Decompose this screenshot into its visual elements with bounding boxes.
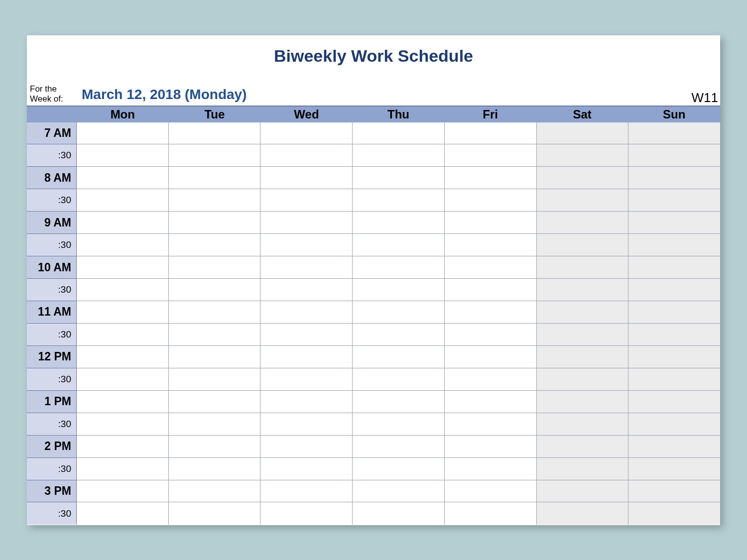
schedule-cell[interactable]	[260, 122, 353, 145]
schedule-cell[interactable]	[353, 346, 445, 368]
schedule-cell[interactable]	[353, 234, 445, 256]
schedule-cell[interactable]	[353, 368, 445, 391]
schedule-cell[interactable]	[445, 458, 537, 480]
schedule-cell[interactable]	[353, 122, 445, 145]
schedule-cell[interactable]	[77, 167, 169, 189]
schedule-cell[interactable]	[537, 458, 629, 480]
schedule-cell[interactable]	[445, 436, 537, 458]
schedule-cell[interactable]	[77, 144, 169, 167]
schedule-cell[interactable]	[628, 346, 720, 368]
schedule-cell[interactable]	[445, 167, 537, 189]
schedule-cell[interactable]	[77, 301, 169, 324]
schedule-cell[interactable]	[77, 413, 169, 436]
schedule-cell[interactable]	[169, 279, 261, 301]
schedule-cell[interactable]	[445, 413, 537, 436]
schedule-cell[interactable]	[169, 480, 261, 503]
schedule-cell[interactable]	[169, 212, 261, 234]
schedule-cell[interactable]	[445, 234, 537, 256]
schedule-cell[interactable]	[260, 436, 353, 458]
schedule-cell[interactable]	[77, 480, 169, 503]
schedule-cell[interactable]	[169, 413, 261, 436]
schedule-cell[interactable]	[353, 502, 445, 525]
schedule-cell[interactable]	[260, 368, 353, 391]
schedule-cell[interactable]	[169, 122, 261, 145]
schedule-cell[interactable]	[353, 256, 445, 279]
schedule-cell[interactable]	[628, 502, 720, 525]
schedule-cell[interactable]	[169, 144, 261, 167]
schedule-cell[interactable]	[260, 189, 353, 212]
schedule-cell[interactable]	[628, 391, 720, 413]
schedule-cell[interactable]	[353, 458, 445, 480]
schedule-cell[interactable]	[537, 256, 629, 279]
schedule-cell[interactable]	[445, 301, 537, 324]
schedule-cell[interactable]	[77, 391, 169, 413]
schedule-cell[interactable]	[77, 368, 169, 391]
schedule-cell[interactable]	[353, 167, 445, 189]
schedule-cell[interactable]	[537, 368, 629, 391]
schedule-cell[interactable]	[628, 189, 720, 212]
schedule-cell[interactable]	[445, 212, 537, 234]
schedule-cell[interactable]	[537, 234, 629, 256]
schedule-cell[interactable]	[353, 324, 445, 346]
schedule-cell[interactable]	[628, 368, 720, 391]
schedule-cell[interactable]	[353, 436, 445, 458]
schedule-cell[interactable]	[260, 279, 353, 301]
schedule-cell[interactable]	[260, 301, 353, 324]
schedule-cell[interactable]	[260, 502, 353, 525]
week-of-date[interactable]: March 12, 2018 (Monday)	[79, 87, 692, 106]
schedule-cell[interactable]	[169, 368, 261, 391]
schedule-cell[interactable]	[353, 301, 445, 324]
schedule-cell[interactable]	[260, 413, 353, 436]
schedule-cell[interactable]	[537, 413, 629, 436]
schedule-cell[interactable]	[628, 256, 720, 279]
schedule-cell[interactable]	[537, 279, 629, 301]
schedule-cell[interactable]	[169, 391, 261, 413]
schedule-cell[interactable]	[260, 234, 353, 256]
schedule-cell[interactable]	[77, 346, 169, 368]
schedule-cell[interactable]	[537, 346, 629, 368]
schedule-cell[interactable]	[77, 122, 169, 145]
schedule-cell[interactable]	[445, 144, 537, 167]
schedule-cell[interactable]	[260, 346, 353, 368]
schedule-cell[interactable]	[77, 458, 169, 480]
schedule-cell[interactable]	[628, 458, 720, 480]
schedule-cell[interactable]	[445, 256, 537, 279]
schedule-cell[interactable]	[628, 212, 720, 234]
schedule-cell[interactable]	[537, 122, 629, 145]
schedule-cell[interactable]	[445, 279, 537, 301]
schedule-cell[interactable]	[537, 212, 629, 234]
schedule-cell[interactable]	[260, 458, 353, 480]
schedule-cell[interactable]	[169, 234, 261, 256]
schedule-cell[interactable]	[260, 144, 353, 167]
schedule-cell[interactable]	[77, 234, 169, 256]
schedule-cell[interactable]	[537, 189, 629, 212]
schedule-cell[interactable]	[77, 436, 169, 458]
schedule-cell[interactable]	[537, 324, 629, 346]
schedule-cell[interactable]	[445, 346, 537, 368]
schedule-cell[interactable]	[77, 324, 169, 346]
schedule-cell[interactable]	[628, 234, 720, 256]
schedule-cell[interactable]	[628, 144, 720, 167]
schedule-cell[interactable]	[77, 189, 169, 212]
schedule-cell[interactable]	[169, 256, 261, 279]
schedule-cell[interactable]	[628, 413, 720, 436]
schedule-cell[interactable]	[77, 256, 169, 279]
schedule-cell[interactable]	[169, 324, 261, 346]
schedule-cell[interactable]	[537, 480, 629, 503]
schedule-cell[interactable]	[537, 144, 629, 167]
schedule-cell[interactable]	[628, 167, 720, 189]
schedule-cell[interactable]	[537, 167, 629, 189]
schedule-cell[interactable]	[537, 436, 629, 458]
schedule-cell[interactable]	[537, 301, 629, 324]
schedule-cell[interactable]	[260, 480, 353, 503]
schedule-cell[interactable]	[628, 279, 720, 301]
schedule-cell[interactable]	[628, 324, 720, 346]
schedule-cell[interactable]	[169, 301, 261, 324]
schedule-cell[interactable]	[445, 502, 537, 525]
schedule-cell[interactable]	[445, 480, 537, 503]
schedule-cell[interactable]	[353, 480, 445, 503]
schedule-cell[interactable]	[628, 122, 720, 145]
schedule-cell[interactable]	[169, 458, 261, 480]
schedule-cell[interactable]	[628, 436, 720, 458]
schedule-cell[interactable]	[77, 212, 169, 234]
